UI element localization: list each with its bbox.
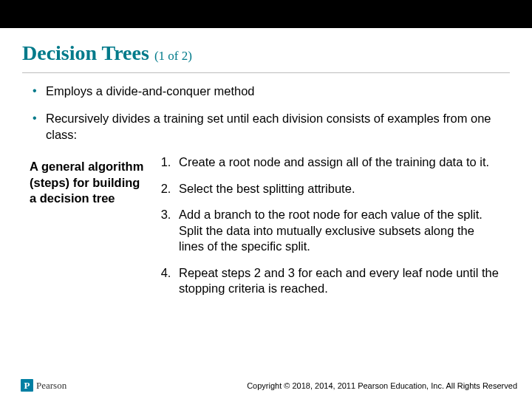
steps-list: Create a root node and assign all of the… — [155, 154, 502, 296]
logo-text: Pearson — [36, 380, 66, 392]
step-item: Repeat steps 2 and 3 for each and every … — [174, 265, 502, 297]
logo-mark-icon: P — [21, 379, 33, 392]
slide-body: Employs a divide-and-conquer method Recu… — [0, 73, 532, 307]
step-item: Select the best splitting attribute. — [174, 181, 502, 197]
copyright-text: Copyright © 2018, 2014, 2011 Pearson Edu… — [247, 381, 517, 390]
top-bar — [0, 0, 532, 28]
step-item: Create a root node and assign all of the… — [174, 154, 502, 170]
bullet-item: Employs a divide-and-conquer method — [30, 83, 502, 99]
step-text: Select the best splitting attribute. — [179, 182, 355, 195]
right-column: Create a root node and assign all of the… — [155, 154, 502, 307]
step-text: Create a root node and assign all of the… — [179, 155, 489, 168]
bullet-item: Recursively divides a training set until… — [30, 111, 502, 143]
two-column: A general algorithm (steps) for building… — [30, 154, 502, 307]
bullet-text: Recursively divides a training set until… — [46, 112, 491, 140]
title-main: Decision Trees — [22, 41, 149, 64]
bullet-list: Employs a divide-and-conquer method Recu… — [30, 83, 502, 143]
step-text: Repeat steps 2 and 3 for each and every … — [179, 266, 499, 295]
title-sub: (1 of 2) — [154, 49, 192, 63]
step-item: Add a branch to the root node for each v… — [174, 207, 502, 254]
left-heading: A general algorithm (steps) for building… — [30, 154, 155, 307]
bullet-text: Employs a divide-and-conquer method — [46, 84, 255, 98]
footer: P Pearson Copyright © 2018, 2014, 2011 P… — [0, 379, 532, 392]
slide: Decision Trees (1 of 2) Employs a divide… — [0, 0, 532, 399]
step-text: Add a branch to the root node for each v… — [179, 208, 482, 253]
publisher-logo: P Pearson — [21, 379, 66, 392]
slide-title: Decision Trees (1 of 2) — [0, 28, 532, 69]
